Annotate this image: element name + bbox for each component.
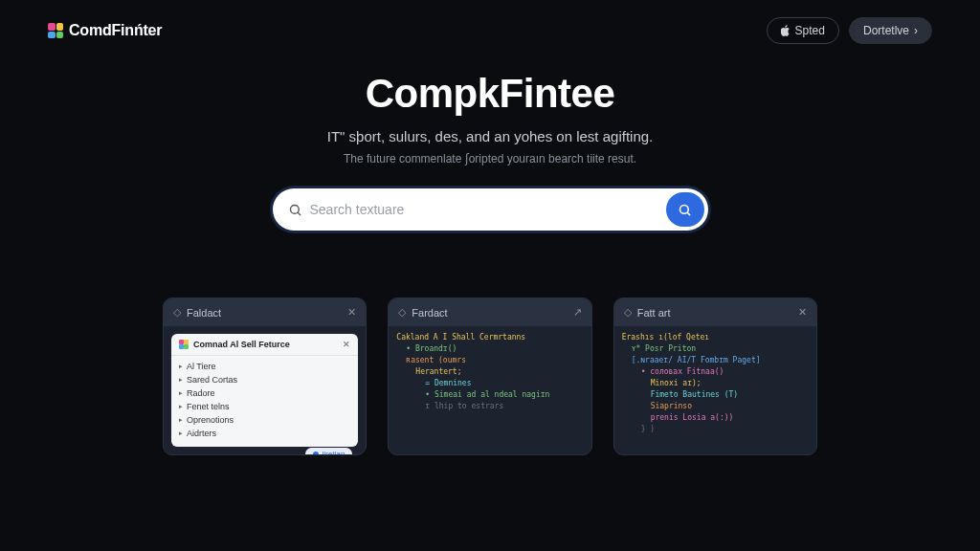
- brand-text: ComdFinńter: [69, 22, 162, 39]
- search-input[interactable]: [302, 202, 666, 217]
- svg-point-2: [680, 205, 689, 213]
- code-line: ʀasent (oumrs: [396, 355, 583, 366]
- feature-card-3: ◇ Fatt art ✕ Erashıs ı(lof Qeteı ʏ* Posr…: [613, 298, 817, 455]
- hero-subtitle-secondary: The future commenlate ʃoripted youraın b…: [0, 152, 980, 165]
- search-bar[interactable]: [273, 188, 708, 231]
- expand-icon[interactable]: ↗: [573, 306, 582, 319]
- brand-logo[interactable]: ComdFinńter: [48, 22, 162, 39]
- code-line: Erashıs ı(lof Qeteı: [622, 332, 809, 343]
- code-line: • Simeai ad al ndeal nagiɪn: [396, 389, 583, 401]
- code-line: } ): [622, 424, 809, 435]
- code-line: Siaprinso: [622, 401, 809, 412]
- svg-line-3: [687, 212, 690, 215]
- search-submit-button[interactable]: [666, 192, 704, 227]
- list-item[interactable]: Oprenotions: [179, 413, 350, 427]
- card-title: Faldact: [187, 307, 221, 319]
- code-line: [.ɴraaeɪ/ AI/T Fombɪm Paget]: [622, 355, 809, 366]
- list-item[interactable]: Radore: [179, 386, 350, 400]
- hero-subtitle: IT" sþort, sulurs, des, and an yohes on …: [0, 128, 980, 144]
- pill-label: Iiretlan: [322, 450, 345, 454]
- feature-card-2: ◇ Fardact ↗ Cakland A I Shall Cermrtanns…: [388, 298, 591, 455]
- inner-panel-title: Comnad Al Sell Feturce: [193, 340, 290, 349]
- primary-cta-button[interactable]: Dortetlve ›: [849, 17, 932, 44]
- feature-card-1: ◇ Faldact ✕ Comnad Al Sell Feturce ✕ Al …: [163, 298, 367, 455]
- svg-line-1: [298, 212, 301, 215]
- chevron-right-icon: ›: [914, 24, 918, 37]
- inner-list: Al Tiere Sared Cortas Radore Fenet telns…: [171, 356, 358, 444]
- code-line: Cakland A I Shall Cermrtanns: [396, 332, 583, 343]
- apple-button-label: Spted: [795, 24, 825, 37]
- hero-title: CompkFintee: [0, 71, 980, 117]
- card-title: Fatt art: [637, 307, 671, 319]
- list-item[interactable]: Al Tiere: [179, 360, 350, 373]
- code-preview: Cakland A I Shall Cermrtanns • Broandɪ()…: [389, 326, 590, 418]
- action-pill[interactable]: Iiretlan: [305, 448, 352, 454]
- logo-icon: [48, 23, 63, 38]
- list-item[interactable]: Sared Cortas: [179, 373, 350, 386]
- apple-icon: [781, 25, 791, 36]
- code-line: prenis Losia a(:)): [622, 412, 809, 424]
- play-icon: [313, 452, 319, 455]
- close-icon[interactable]: ✕: [343, 340, 350, 349]
- close-icon[interactable]: ✕: [798, 306, 807, 319]
- diamond-icon: ◇: [398, 306, 406, 319]
- apple-button[interactable]: Spted: [767, 17, 839, 44]
- code-preview: Erashıs ı(lof Qeteı ʏ* Posr Priton [.ɴra…: [614, 326, 816, 441]
- card-title: Fardact: [412, 307, 447, 319]
- diamond-icon: ◇: [624, 306, 632, 319]
- search-icon: [288, 203, 302, 217]
- code-line: Minoxi aɪ);: [622, 378, 809, 389]
- list-item[interactable]: Aidrters: [179, 427, 350, 440]
- search-icon: [678, 203, 692, 217]
- code-line: Fimeto Bautines (T): [622, 389, 809, 401]
- primary-cta-label: Dortetlve: [863, 24, 909, 37]
- code-line: = Demnines: [396, 378, 583, 389]
- svg-point-0: [290, 205, 299, 213]
- inner-panel: Comnad Al Sell Feturce ✕ Al Tiere Sared …: [171, 334, 358, 447]
- code-line: ɪ lhip to estrars: [396, 401, 583, 412]
- list-item[interactable]: Fenet telns: [179, 400, 350, 413]
- close-icon[interactable]: ✕: [347, 306, 356, 319]
- logo-icon: [179, 340, 189, 349]
- code-line: • Broandɪ(): [396, 343, 583, 355]
- code-line: • соловах Fitnaa(): [622, 366, 809, 378]
- code-line: Herantert;: [396, 366, 583, 378]
- code-line: ʏ* Posr Priton: [622, 343, 809, 355]
- diamond-icon: ◇: [173, 306, 181, 319]
- cards-row: ◇ Faldact ✕ Comnad Al Sell Feturce ✕ Al …: [0, 298, 980, 455]
